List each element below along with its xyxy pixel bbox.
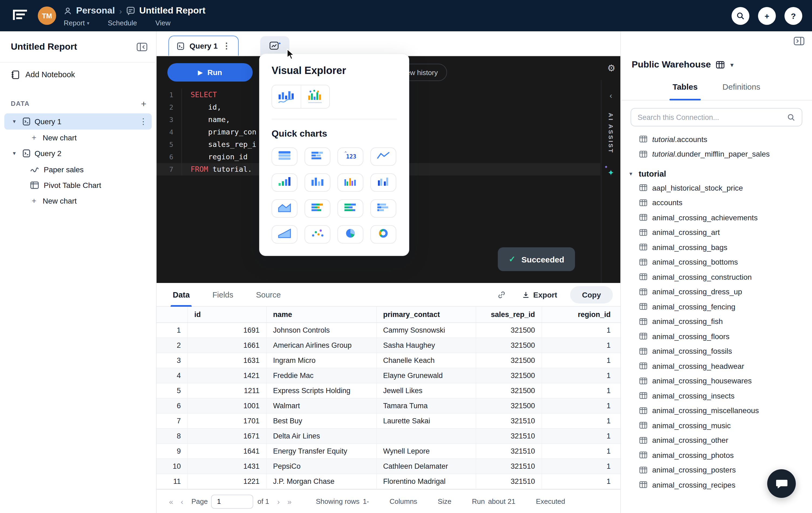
table-row[interactable]: 111221J.P. Morgan ChaseFlorentino Madrig… <box>156 474 620 489</box>
tab-definitions[interactable]: Definitions <box>722 82 760 100</box>
search-button[interactable] <box>731 7 749 25</box>
new-chart-button-query1[interactable]: ＋ New chart <box>0 130 156 145</box>
table-list-item[interactable]: accounts <box>621 195 812 210</box>
column-header-primary-contact[interactable]: primary_contact <box>376 307 476 322</box>
table-row[interactable]: 71701Best BuyLaurette Sakai3215101 <box>156 414 620 429</box>
table-list-item[interactable]: animal_crossing_housewares <box>621 373 812 388</box>
tree-item-query1[interactable]: ▼ Query 1 ⋮ <box>4 113 152 130</box>
table-row[interactable]: 91641Energy Transfer EquityWynell Lepore… <box>156 444 620 459</box>
table-list-item[interactable]: animal_crossing_fish <box>621 314 812 329</box>
collapse-rail-chevron-icon[interactable]: ‹ <box>610 91 612 100</box>
quick-chart-area-steep-button[interactable] <box>271 225 297 244</box>
table-row[interactable]: 11691Johnson ControlsCammy Sosnowski3215… <box>156 323 620 338</box>
quick-chart-table-button[interactable] <box>271 147 297 166</box>
quick-chart-line-button[interactable] <box>370 147 396 166</box>
size-menu[interactable]: Size <box>438 497 452 506</box>
quick-chart-donut-button[interactable] <box>370 225 396 244</box>
quick-chart-column-button[interactable] <box>304 173 330 192</box>
table-list-item[interactable]: animal_crossing_bags <box>621 240 812 255</box>
help-button[interactable]: ? <box>784 7 802 25</box>
table-row[interactable]: 31631Ingram MicroChanelle Keach3215001 <box>156 353 620 368</box>
quick-chart-scatter-button[interactable] <box>304 225 330 244</box>
table-list-item[interactable]: animal_crossing_dress_up <box>621 284 812 299</box>
add-data-button[interactable]: + <box>141 99 146 108</box>
quick-chart-stacked-bar-button[interactable] <box>304 199 330 218</box>
column-header-sales-rep-id[interactable]: sales_rep_id <box>476 307 541 322</box>
table-list-item[interactable]: animal_crossing_photos <box>621 448 812 462</box>
table-list-item[interactable]: animal_crossing_insects <box>621 388 812 403</box>
collapse-right-panel-button[interactable] <box>794 37 805 45</box>
quick-chart-bar-light-button[interactable] <box>370 199 396 218</box>
table-row[interactable]: 21661American Airlines GroupSasha Haughe… <box>156 338 620 353</box>
tab-query1[interactable]: Query 1 ⋮ <box>169 36 239 56</box>
add-chart-tab-button[interactable] <box>260 36 289 56</box>
table-list-item[interactable]: animal_crossing_miscellaneous <box>621 403 812 418</box>
export-button[interactable]: Export <box>514 286 565 303</box>
new-chart-button-query2[interactable]: ＋ New chart <box>0 193 156 208</box>
tree-item-query2[interactable]: ▼ Query 2 <box>4 145 152 162</box>
table-list-item[interactable]: animal_crossing_achievements <box>621 210 812 225</box>
next-page-button[interactable]: › <box>273 497 284 506</box>
table-list-item[interactable]: animal_crossing_fencing <box>621 299 812 314</box>
page-title[interactable]: Untitled Report <box>139 5 206 16</box>
add-notebook-button[interactable]: Add Notebook <box>0 63 156 86</box>
quick-chart-stacked-bar-green-button[interactable] <box>338 199 364 218</box>
column-header-id[interactable]: id <box>187 307 266 322</box>
editor-settings-gear-icon[interactable]: ⚙ <box>607 63 616 74</box>
table-list-item[interactable]: animal_crossing_fossils <box>621 344 812 359</box>
run-button[interactable]: ▶ Run <box>167 63 253 82</box>
table-list-item[interactable]: animal_crossing_art <box>621 225 812 240</box>
ai-sparkle-icon[interactable]: ✦✦ <box>607 168 614 178</box>
table-list-item[interactable]: animal_crossing_construction <box>621 269 812 284</box>
quick-chart-area-button[interactable] <box>271 199 297 218</box>
visual-explorer-preview-button[interactable] <box>271 85 330 109</box>
pinned-table-item[interactable]: tutorial.dunder_mifflin_paper_sales <box>621 147 812 162</box>
prev-page-button[interactable]: ‹ <box>177 497 187 506</box>
quick-chart-column-grouped-button[interactable] <box>338 173 364 192</box>
columns-menu[interactable]: Columns <box>389 497 417 506</box>
page-input[interactable] <box>211 494 253 508</box>
table-row[interactable]: 81671Delta Air Lines3215101 <box>156 429 620 444</box>
create-button[interactable]: + <box>758 7 776 25</box>
support-chat-button[interactable] <box>767 469 796 498</box>
quick-chart-pie-button[interactable] <box>338 225 364 244</box>
quick-chart-number-button[interactable]: ^123 <box>338 147 364 166</box>
tab-data[interactable]: Data <box>173 283 190 307</box>
pinned-table-item[interactable]: tutorial.accounts <box>621 132 812 147</box>
table-row[interactable]: 101431PepsiCoCathleen Delamater3215101 <box>156 459 620 474</box>
tab-tables[interactable]: Tables <box>673 82 698 100</box>
table-list-item[interactable]: aapl_historical_stock_price <box>621 180 812 195</box>
copy-link-button[interactable] <box>494 287 509 302</box>
connection-search-input[interactable] <box>638 113 783 121</box>
column-header-name[interactable]: name <box>266 307 376 322</box>
table-list-item[interactable]: animal_crossing_bottoms <box>621 255 812 269</box>
app-logo[interactable] <box>10 6 30 25</box>
tree-item-paper-sales[interactable]: Paper sales <box>0 162 156 177</box>
copy-button[interactable]: Copy <box>570 286 613 303</box>
tab-kebab-icon[interactable]: ⋮ <box>223 41 231 51</box>
tab-fields[interactable]: Fields <box>212 283 233 307</box>
last-page-button[interactable]: » <box>284 497 295 506</box>
quick-chart-bar-horizontal-button[interactable] <box>304 147 330 166</box>
schema-group-tutorial[interactable]: ▼ tutorial <box>621 169 812 178</box>
column-header-region-id[interactable]: region_id <box>542 307 620 322</box>
menu-report[interactable]: Report▾ <box>64 19 89 27</box>
avatar[interactable]: TM <box>38 6 56 25</box>
first-page-button[interactable]: « <box>165 497 177 506</box>
tree-item-pivot-table-chart[interactable]: Pivot Table Chart <box>0 177 156 193</box>
kebab-menu-icon[interactable]: ⋮ <box>139 117 152 126</box>
table-list-item[interactable]: animal_crossing_headwear <box>621 359 812 373</box>
menu-view[interactable]: View <box>155 19 171 27</box>
quick-chart-bar-gradient-button[interactable] <box>271 173 297 192</box>
table-list-item[interactable]: animal_crossing_music <box>621 418 812 433</box>
workspace-name[interactable]: Personal <box>76 5 115 16</box>
table-row[interactable]: 41421Freddie MacElayne Grunewald3215001 <box>156 368 620 383</box>
quick-chart-column-pair-button[interactable] <box>370 173 396 192</box>
connection-selector[interactable]: Public Warehouse ▼ <box>632 59 801 70</box>
table-row[interactable]: 61001WalmartTamara Tuma3215001 <box>156 399 620 414</box>
table-list-item[interactable]: animal_crossing_other <box>621 433 812 448</box>
table-row[interactable]: 51211Express Scripts HoldingJewell Likes… <box>156 383 620 399</box>
table-list-item[interactable]: animal_crossing_floors <box>621 329 812 344</box>
menu-schedule[interactable]: Schedule <box>108 19 137 27</box>
tab-source[interactable]: Source <box>256 283 281 307</box>
